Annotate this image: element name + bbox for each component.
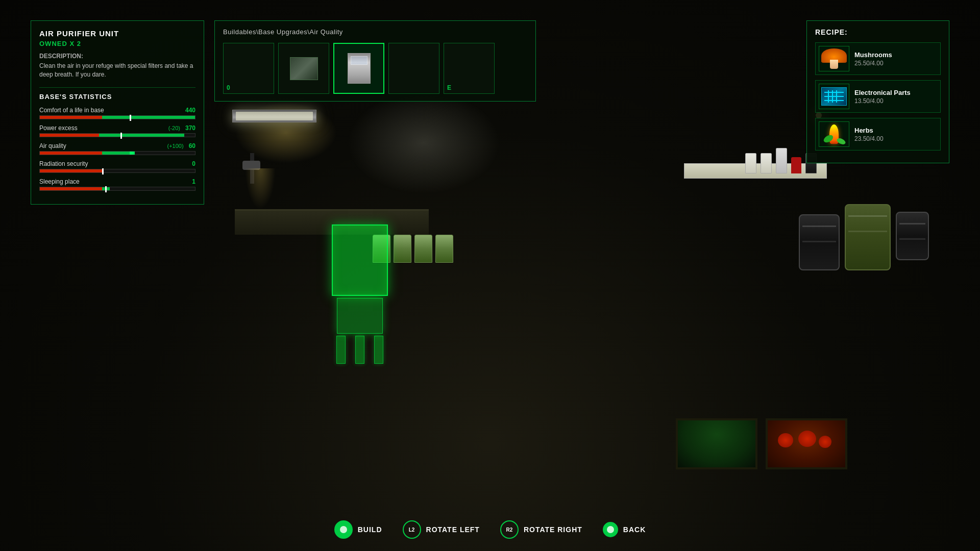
item-slots: 0E	[223, 43, 527, 94]
tomato	[778, 433, 793, 447]
stat-bar	[39, 133, 195, 137]
hud-button-back[interactable]: BACK	[603, 522, 646, 537]
ghost-placement-object	[327, 224, 393, 357]
tomato-plants	[768, 420, 845, 467]
stat-name: Comfort of a life in base	[39, 107, 104, 114]
description-text: Clean the air in your refuge with specia…	[39, 62, 195, 79]
hud-circle-0	[334, 520, 353, 539]
grow-boxes	[676, 418, 847, 469]
recipe-text: Mushrooms25.50/4.00	[854, 51, 892, 67]
table-items	[745, 148, 817, 173]
recipe-img-mushroom	[819, 46, 849, 71]
recipe-img-herb	[819, 121, 849, 147]
grow-box-tomatoes	[766, 418, 847, 469]
recipe-name: Mushrooms	[854, 51, 892, 59]
floor-canister	[435, 235, 453, 263]
slot-key: E	[447, 84, 451, 91]
recipe-title: RECIPE:	[815, 28, 941, 36]
hud-button-rotate-right[interactable]: R2ROTATE RIGHT	[500, 520, 582, 539]
ghost-leg	[374, 336, 383, 364]
lamp-pole	[250, 153, 254, 184]
item-purifier-icon	[348, 53, 371, 84]
barrel-area	[799, 204, 929, 270]
herb-leaf2	[836, 137, 847, 146]
stat-modifier: (+100)	[167, 143, 184, 149]
workbench	[235, 143, 429, 235]
recipe-amount: 23.50/4.00	[854, 135, 884, 142]
item-slot-0[interactable]: 0	[223, 43, 274, 94]
herb-icon	[824, 122, 844, 146]
stat-value: 370	[185, 124, 195, 132]
ghost-leg	[355, 336, 364, 364]
hud-circle-2: R2	[500, 520, 519, 539]
dark-barrel	[799, 214, 840, 270]
stat-value: 1	[192, 178, 195, 185]
tomato	[819, 436, 831, 448]
item-slot-4[interactable]: E	[444, 43, 495, 94]
item-slot-3[interactable]	[388, 43, 439, 94]
tomato	[798, 431, 816, 447]
canister	[745, 153, 756, 173]
recipe-name: Electronical Parts	[854, 89, 911, 96]
recipe-item-0: Mushrooms25.50/4.00	[815, 42, 941, 75]
item-title: AIR PURIFIER UNIT	[39, 29, 195, 38]
stat-bar	[39, 115, 195, 119]
ghost-leg	[336, 336, 346, 364]
stat-name: Radiation security	[39, 160, 88, 167]
small-barrel	[896, 212, 929, 260]
plants	[678, 420, 755, 467]
hud-circle-1: L2	[403, 520, 421, 539]
floor-canister	[394, 235, 411, 263]
hud-label: BACK	[623, 525, 646, 534]
hud-button-rotate-left[interactable]: L2ROTATE LEFT	[403, 520, 480, 539]
recipe-amount: 13.50/4.00	[854, 97, 911, 105]
ghost-body	[332, 224, 388, 296]
stats-title: BASE'S STATISTICS	[39, 93, 195, 101]
stat-bar	[39, 151, 195, 155]
top-center-panel: Buildables\Base Upgrades\Air Quality 0E	[214, 20, 536, 102]
stat-value: 440	[185, 107, 195, 114]
grow-box-frame	[766, 418, 847, 469]
floor-canister	[414, 235, 432, 263]
lamp-light	[245, 168, 276, 209]
mushroom-icon	[821, 48, 847, 69]
stat-row: Power excess(-20)370	[39, 124, 195, 137]
divider	[39, 87, 195, 88]
hud-button-build[interactable]: BUILD	[334, 520, 382, 539]
recipe-amount: 25.50/4.00	[854, 60, 892, 67]
hud-circle-3	[603, 522, 618, 537]
grow-box-plants	[676, 418, 757, 469]
red-bottle	[791, 157, 801, 173]
recipe-item-2: Herbs23.50/4.00	[815, 118, 941, 151]
recipe-text: Herbs23.50/4.00	[854, 127, 884, 142]
hud-label: ROTATE RIGHT	[524, 525, 582, 534]
ghost-base	[337, 298, 383, 334]
recipe-img-circuit	[819, 84, 849, 109]
item-slot-1[interactable]	[278, 43, 329, 94]
breadcrumb: Buildables\Base Upgrades\Air Quality	[223, 28, 527, 36]
hud-label: ROTATE LEFT	[426, 525, 480, 534]
stat-value: 60	[189, 142, 195, 149]
fluorescent-light	[232, 110, 316, 122]
herb-leaf	[822, 134, 834, 144]
herb-flame	[829, 124, 839, 144]
stat-row: Sleeping place1	[39, 178, 195, 191]
item-slot-2[interactable]	[333, 43, 384, 94]
stat-row: Comfort of a life in base440	[39, 107, 195, 119]
stat-row: Radiation security0	[39, 160, 195, 173]
left-info-panel: AIR PURIFIER UNIT OWNED X 2 DESCRIPTION:…	[31, 20, 204, 205]
hud-label: BUILD	[358, 525, 382, 534]
owned-label: OWNED X 2	[39, 40, 195, 47]
stat-name: Power excess	[39, 124, 78, 132]
recipe-name: Herbs	[854, 127, 884, 134]
stat-name: Sleeping place	[39, 178, 80, 185]
recipe-items: Mushrooms25.50/4.00Electronical Parts13.…	[815, 42, 941, 151]
stat-modifier: (-20)	[168, 125, 180, 131]
ghost-legs	[327, 336, 393, 364]
stat-row: Air quality(+100)60	[39, 142, 195, 155]
desc-label: DESCRIPTION:	[39, 53, 195, 60]
striped-barrel	[845, 204, 891, 270]
grow-box-frame	[676, 418, 757, 469]
item-box-icon	[290, 57, 318, 80]
canister-large	[776, 148, 787, 173]
